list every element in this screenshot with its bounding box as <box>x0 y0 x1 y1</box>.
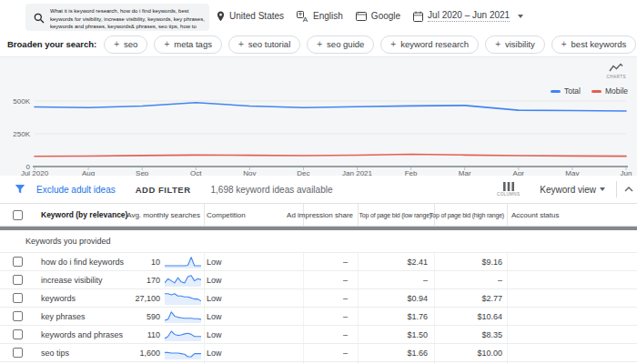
column-header-avg-monthly-searches[interactable]: Avg. monthly searches <box>91 204 200 226</box>
ad-impression-share-cell: – <box>273 289 348 307</box>
top-bid-high-cell: $10.00 <box>430 344 502 361</box>
language-setting[interactable]: A English <box>297 11 343 22</box>
section-label: Keywords you provided <box>25 237 111 246</box>
top-bid-low-cell: $1.76 <box>355 308 428 325</box>
competition-cell: Low <box>207 253 222 270</box>
plus-icon: + <box>114 39 119 49</box>
exclude-adult-ideas-link[interactable]: Exclude adult ideas <box>36 185 116 195</box>
broaden-chip-keyword-research[interactable]: +keyword research <box>380 35 479 54</box>
date-range-picker[interactable]: Jul 2020 – Jun 2021 <box>413 10 523 22</box>
select-all-checkbox[interactable] <box>13 210 23 220</box>
column-divider <box>507 344 508 361</box>
add-filter-button[interactable]: ADD FILTER <box>136 185 191 195</box>
charts-button-label: CHARTS <box>607 75 626 79</box>
collapse-panel-button[interactable] <box>624 187 633 192</box>
top-bid-high-cell: $10.64 <box>430 308 502 325</box>
column-header-top-bid-high[interactable]: Top of page bid (high range) <box>428 204 504 226</box>
location-pin-icon <box>217 11 225 22</box>
keyword-view-label: Keyword view <box>540 185 596 195</box>
network-setting[interactable]: Google <box>356 11 400 22</box>
avg-searches-cell: 590 <box>87 308 160 325</box>
location-setting[interactable]: United States <box>217 11 284 22</box>
keyword-cell: keywords <box>41 289 76 307</box>
searches-sparkline <box>165 291 201 305</box>
broaden-chip-visibility[interactable]: +visibility <box>485 35 545 54</box>
top-bid-high-cell: $2.77 <box>430 289 502 307</box>
plus-icon: + <box>164 39 169 49</box>
columns-button[interactable]: COLUMNS <box>497 182 520 197</box>
calendar-icon <box>413 11 423 22</box>
column-divider <box>204 289 205 307</box>
row-checkbox[interactable] <box>13 311 23 321</box>
column-header-account-status[interactable]: Account status <box>511 204 559 226</box>
search-icon <box>34 13 45 24</box>
charts-toggle-button[interactable]: CHARTS <box>607 63 626 79</box>
search-query-text: What it is keyword research, how do i fi… <box>50 4 209 31</box>
ad-impression-share-cell: – <box>273 271 348 288</box>
column-header-ad-impression-share[interactable]: Ad impression share <box>269 204 353 226</box>
column-divider <box>204 326 205 343</box>
row-checkbox[interactable] <box>13 275 23 285</box>
chevron-down-icon <box>518 15 523 18</box>
trend-line-chart: Jul 2020AugSepOctNovDecJan 2021FebMarApr… <box>0 57 637 177</box>
chip-label: seo tutorial <box>248 39 290 49</box>
legend-label: Mobile <box>605 86 628 96</box>
legend-swatch <box>551 90 561 93</box>
google-network-icon <box>356 11 367 22</box>
top-bid-high-cell: $8.35 <box>430 326 502 343</box>
column-divider <box>204 253 205 270</box>
keyword-view-selector[interactable]: Keyword view <box>540 185 605 195</box>
keyword-planner-app: What it is keyword research, how do i fi… <box>0 0 637 364</box>
keyword-cell: key phrases <box>41 308 86 325</box>
columns-icon <box>503 182 514 191</box>
keyword-cell: seo tips <box>41 344 69 361</box>
campaign-settings: United States A English Google <box>217 0 523 32</box>
translate-icon: A <box>297 11 308 22</box>
column-header-competition[interactable]: Competition <box>207 204 246 226</box>
column-header-top-bid-low[interactable]: Top of page bid (low range) <box>353 204 431 226</box>
filter-funnel-icon[interactable] <box>15 184 25 195</box>
table-row: keywords and phrases110Low–$1.50$8.35 <box>0 326 637 344</box>
topbar: What it is keyword research, how do i fi… <box>0 0 637 32</box>
chip-label: visibility <box>505 39 535 49</box>
row-checkbox[interactable] <box>13 257 23 267</box>
column-divider <box>204 204 205 226</box>
chevron-up-icon <box>624 187 633 192</box>
plus-icon: + <box>317 39 322 49</box>
table-row: increase visibility170Low––– <box>0 271 637 289</box>
ad-impression-share-cell: – <box>273 308 348 325</box>
chart-line-icon <box>609 63 623 73</box>
broaden-chip-seo-guide[interactable]: +seo guide <box>307 35 374 54</box>
avg-searches-cell: 110 <box>87 326 160 343</box>
searches-sparkline <box>165 309 201 323</box>
broaden-chip-meta-tags[interactable]: +meta tags <box>154 35 222 54</box>
table-row: key phrases590Low–$1.76$10.64 <box>0 308 637 326</box>
top-bid-low-cell: $1.50 <box>355 326 428 343</box>
column-divider <box>204 271 205 288</box>
broaden-chip-seo[interactable]: +seo <box>104 35 147 54</box>
legend-label: Total <box>564 86 581 96</box>
column-divider <box>507 289 508 307</box>
date-range-label: Jul 2020 – Jun 2021 <box>428 10 510 22</box>
top-bid-low-cell: $1.66 <box>355 344 428 361</box>
avg-searches-cell: 170 <box>87 271 160 288</box>
keywords-search-box[interactable]: What it is keyword research, how do i fi… <box>25 4 209 31</box>
searches-sparkline <box>165 255 201 268</box>
broaden-chips: +seo+meta tags+seo tutorial+seo guide+ke… <box>104 35 636 54</box>
broaden-search-row: Broaden your search: +seo+meta tags+seo … <box>0 32 637 56</box>
plus-icon: + <box>495 39 500 49</box>
row-checkbox[interactable] <box>13 293 23 303</box>
broaden-label: Broaden your search: <box>7 39 96 49</box>
table-row: how do i find keywords10Low–$2.41$9.16 <box>0 253 637 271</box>
legend-item-total[interactable]: Total <box>551 86 581 96</box>
broaden-chip-seo-tutorial[interactable]: +seo tutorial <box>228 35 300 54</box>
avg-searches-cell: 1,600 <box>87 344 160 361</box>
plus-icon: + <box>561 39 567 49</box>
trend-chart-section: Jul 2020AugSepOctNovDecJan 2021FebMarApr… <box>0 56 637 176</box>
broaden-chip-best-keywords[interactable]: +best keywords <box>551 35 637 54</box>
legend-item-mobile[interactable]: Mobile <box>592 86 628 96</box>
svg-text:250K: 250K <box>13 130 30 138</box>
row-checkbox[interactable] <box>13 348 23 358</box>
row-checkbox[interactable] <box>13 329 23 339</box>
top-bid-low-cell: $2.41 <box>355 253 428 270</box>
